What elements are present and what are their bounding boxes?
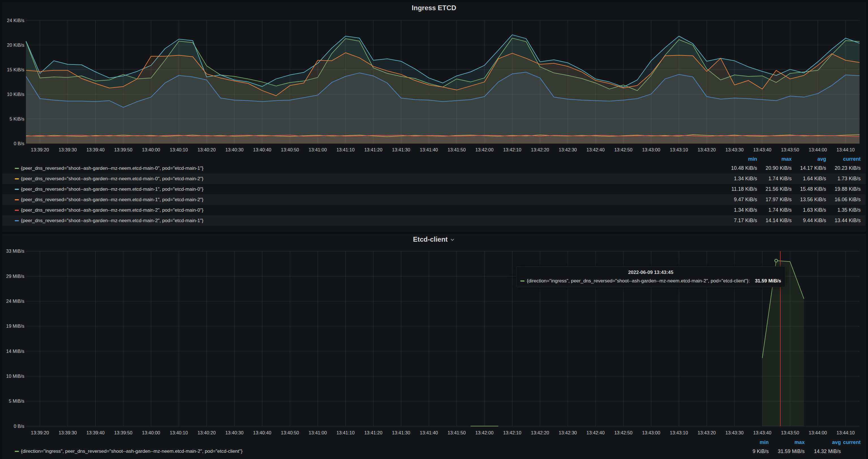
legend-series-label[interactable]: {peer_dns_reversed="shoot--ash-garden--m… <box>21 186 204 192</box>
x-axis-label: 13:39:30 <box>59 430 77 435</box>
legend-stat-current: 1.73 KiB/s <box>826 176 861 182</box>
legend-stat-current: 13.44 KiB/s <box>826 218 861 223</box>
y-axis-label: 15 KiB/s <box>7 67 24 72</box>
x-axis-label: 13:42:40 <box>587 430 604 435</box>
hover-point-marker <box>775 259 777 262</box>
x-axis-label: 13:41:00 <box>309 430 327 435</box>
y-axis-label: 24 KiB/s <box>7 18 24 23</box>
x-axis-label: 13:43:20 <box>698 430 716 435</box>
series-color-dash <box>15 210 19 211</box>
legend-row[interactable]: {peer_dns_reversed="shoot--ash-garden--m… <box>2 174 866 184</box>
legend-series-label[interactable]: {peer_dns_reversed="shoot--ash-garden--m… <box>21 165 204 171</box>
legend-row[interactable]: {peer_dns_reversed="shoot--ash-garden--m… <box>2 163 866 174</box>
x-axis-label: 13:39:20 <box>31 147 49 152</box>
x-axis-label: 13:41:30 <box>392 147 410 152</box>
legend-series-label[interactable]: {direction="ingress", peer_dns_reversed=… <box>21 449 243 454</box>
x-axis-label: 13:40:00 <box>142 430 160 435</box>
legend-column-min[interactable]: min <box>734 439 769 446</box>
series-color-dash <box>15 178 19 179</box>
x-axis-label: 13:39:30 <box>59 147 77 152</box>
legend-column-current[interactable]: current <box>841 439 861 446</box>
legend-column-current[interactable]: current <box>826 156 861 162</box>
legend-row[interactable]: {direction="ingress", peer_dns_reversed=… <box>2 446 866 456</box>
legend-stat-min: 1.34 KiB/s <box>722 176 757 182</box>
timeseries-chart[interactable]: 0 B/s5 MiB/s10 MiB/s14 MiB/s19 MiB/s24 M… <box>2 234 866 435</box>
legend-stat-avg: 14.17 KiB/s <box>792 165 826 171</box>
legend-stat-avg: 9.44 KiB/s <box>792 218 826 223</box>
x-axis-label: 13:40:50 <box>281 147 299 152</box>
legend-column-max[interactable]: max <box>757 156 792 162</box>
legend-row[interactable]: {peer_dns_reversed="shoot--ash-garden--m… <box>2 215 866 226</box>
legend-column-min[interactable]: min <box>722 156 757 162</box>
x-axis-label: 13:41:20 <box>364 147 382 152</box>
x-axis-label: 13:40:20 <box>197 147 216 152</box>
x-axis-label: 13:41:40 <box>420 147 438 152</box>
legend-stat-avg: 1.63 KiB/s <box>792 207 826 213</box>
x-axis-label: 13:41:10 <box>336 430 354 435</box>
x-axis-label: 13:43:30 <box>725 430 744 435</box>
x-axis-label: 13:44:00 <box>809 430 827 435</box>
y-axis-label: 24 MiB/s <box>6 299 24 304</box>
y-axis-label: 0 B/s <box>13 424 24 429</box>
legend-stat-current: 1.35 KiB/s <box>826 207 861 213</box>
legend-stat-min: 1.34 KiB/s <box>722 207 757 213</box>
series-color-dash <box>15 220 19 221</box>
x-axis-label: 13:40:20 <box>197 430 216 435</box>
x-axis-label: 13:42:30 <box>559 147 577 152</box>
legend-row[interactable]: {peer_dns_reversed="shoot--ash-garden--m… <box>2 184 866 194</box>
legend-stat-max: 1.74 KiB/s <box>757 207 792 213</box>
legend-stat-min: 11.18 KiB/s <box>722 186 757 192</box>
y-axis-label: 5 KiB/s <box>10 116 24 121</box>
x-axis-label: 13:43:50 <box>781 430 799 435</box>
x-axis-label: 13:42:50 <box>614 147 632 152</box>
legend-stat-min: 9 KiB/s <box>734 449 769 455</box>
x-axis-label: 13:43:00 <box>642 430 660 435</box>
legend-series-label[interactable]: {peer_dns_reversed="shoot--ash-garden--m… <box>21 176 204 182</box>
x-axis-label: 13:40:30 <box>225 147 243 152</box>
x-axis-label: 13:41:50 <box>447 147 466 152</box>
x-axis-label: 13:40:00 <box>142 147 160 152</box>
legend-stat-avg: 14.32 MiB/s <box>805 449 841 455</box>
y-axis-label: 10 KiB/s <box>7 92 24 97</box>
legend-stat-max: 14.14 KiB/s <box>757 218 792 223</box>
x-axis-label: 13:41:10 <box>336 147 354 152</box>
legend-stat-avg: 15.48 KiB/s <box>792 186 826 192</box>
legend-stat-min: 9.47 KiB/s <box>722 197 757 203</box>
panel-etcd-client: Etcd-client 0 B/s5 MiB/s10 MiB/s14 MiB/s… <box>2 234 866 459</box>
series-color-dash <box>520 280 525 282</box>
legend-stat-min: 7.17 KiB/s <box>722 218 757 223</box>
x-axis-label: 13:43:20 <box>698 147 716 152</box>
legend-row[interactable]: {peer_dns_reversed="shoot--ash-garden--m… <box>2 205 866 215</box>
y-axis-label: 14 MiB/s <box>6 349 24 354</box>
legend-column-max[interactable]: max <box>769 439 805 446</box>
legend-column-avg[interactable]: avg <box>805 439 841 446</box>
legend-stat-avg: 1.64 KiB/s <box>792 176 826 182</box>
x-axis-label: 13:39:20 <box>31 430 49 435</box>
y-axis-label: 0 B/s <box>13 141 24 146</box>
timeseries-chart[interactable]: 0 B/s5 KiB/s10 KiB/s15 KiB/s20 KiB/s24 K… <box>2 2 866 152</box>
legend-stat-avg: 13.56 KiB/s <box>792 197 826 203</box>
legend-series-label[interactable]: {peer_dns_reversed="shoot--ash-garden--m… <box>21 197 204 203</box>
x-axis-label: 13:42:00 <box>475 430 493 435</box>
legend-stat-min: 10.48 KiB/s <box>722 165 757 171</box>
legend-stat-max: 31.59 MiB/s <box>769 449 805 455</box>
x-axis-label: 13:42:10 <box>503 147 521 152</box>
series-color-dash <box>15 451 19 452</box>
y-axis-label: 20 KiB/s <box>7 42 24 48</box>
legend-row[interactable]: {peer_dns_reversed="shoot--ash-garden--m… <box>2 194 866 205</box>
legend-series-label[interactable]: {peer_dns_reversed="shoot--ash-garden--m… <box>21 218 204 223</box>
legend-series-label[interactable]: {peer_dns_reversed="shoot--ash-garden--m… <box>21 208 204 213</box>
legend-stat-max: 17.97 KiB/s <box>757 197 792 203</box>
x-axis-label: 13:42:40 <box>587 147 604 152</box>
x-axis-label: 13:39:50 <box>114 147 132 152</box>
x-axis-label: 13:39:50 <box>114 430 132 435</box>
x-axis-label: 13:43:50 <box>781 147 799 152</box>
series-color-dash <box>15 168 19 169</box>
x-axis-label: 13:40:40 <box>253 430 271 435</box>
x-axis-label: 13:40:30 <box>225 430 243 435</box>
x-axis-label: 13:39:40 <box>86 147 104 152</box>
x-axis-label: 13:40:40 <box>253 147 271 152</box>
x-axis-label: 13:40:10 <box>170 430 188 435</box>
legend-column-avg[interactable]: avg <box>792 156 826 162</box>
legend-header: minmaxavgcurrent <box>2 438 866 446</box>
